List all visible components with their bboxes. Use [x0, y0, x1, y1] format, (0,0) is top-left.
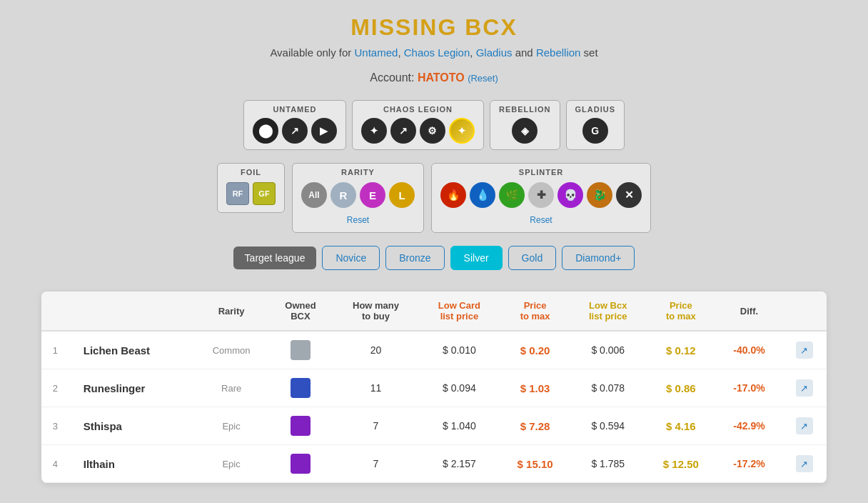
chaos-icon-4[interactable]: ✦: [449, 118, 475, 144]
set-label-chaos: CHAOS LEGION: [383, 105, 453, 114]
rarity-icons: All R E L: [301, 182, 415, 208]
cell-price-to-max: $ 1.03: [500, 369, 571, 407]
set-label-gladius: GLADIUS: [575, 105, 616, 114]
table-row: 4 Ilthain Epic 7 $ 2.157 $ 15.10 $ 1.785…: [41, 445, 827, 483]
filter-row: FOIL RF GF RARITY All R E L Reset SPLINT…: [217, 163, 651, 233]
league-gold-btn[interactable]: Gold: [508, 246, 557, 270]
foil-label: FOIL: [241, 168, 261, 176]
cell-action[interactable]: ↗: [782, 407, 827, 445]
cell-low-bcx-price: $ 0.594: [570, 407, 645, 445]
th-action: [782, 292, 827, 331]
cell-name: Runeslinger: [69, 369, 195, 407]
rarity-icon-rare[interactable]: E: [360, 182, 385, 208]
league-silver-btn[interactable]: Silver: [450, 246, 503, 270]
external-link-icon[interactable]: ↗: [796, 455, 813, 472]
account-reset-link[interactable]: (Reset): [468, 73, 498, 84]
cell-action[interactable]: ↗: [782, 445, 827, 483]
splinter-fire[interactable]: 🔥: [440, 182, 466, 208]
cell-bcx-price-max: $ 4.16: [645, 407, 717, 445]
foil-rf-btn[interactable]: RF: [226, 182, 249, 205]
external-link-icon[interactable]: ↗: [796, 342, 813, 359]
foil-icons: RF GF: [226, 182, 276, 205]
cell-low-bcx-price: $ 0.078: [570, 369, 645, 407]
page-subtitle: Available only for Untamed, Chaos Legion…: [270, 46, 597, 59]
table-row: 2 Runeslinger Rare 11 $ 0.094 $ 1.03 $ 0…: [41, 369, 827, 407]
cell-color-swatch: [268, 445, 333, 483]
cell-action[interactable]: ↗: [782, 331, 827, 369]
cell-rarity: Epic: [194, 445, 268, 483]
cell-action[interactable]: ↗: [782, 369, 827, 407]
cell-how-many: 20: [333, 331, 419, 369]
cell-price-to-max: $ 7.28: [500, 407, 571, 445]
rarity-label: RARITY: [341, 168, 375, 176]
league-bronze-btn[interactable]: Bronze: [385, 246, 444, 270]
cell-rarity: Common: [194, 331, 268, 369]
rarity-reset[interactable]: Reset: [347, 215, 369, 225]
th-low-card-price: Low Cardlist price: [419, 292, 500, 331]
external-link-icon[interactable]: ↗: [796, 417, 813, 434]
table-row: 3 Sthispa Epic 7 $ 1.040 $ 7.28 $ 0.594 …: [41, 407, 827, 445]
foil-gf-btn[interactable]: GF: [253, 182, 276, 205]
rebellion-icons: ◈: [512, 118, 538, 144]
cell-diff: -17.0%: [717, 369, 782, 407]
table-body: 1 Lichen Beast Common 20 $ 0.010 $ 0.20 …: [41, 331, 827, 483]
cell-bcx-price-max: $ 12.50: [645, 445, 717, 483]
rarity-icon-common[interactable]: R: [330, 182, 356, 208]
th-owned-bcx: OwnedBCX: [268, 292, 333, 331]
cell-color-swatch: [268, 369, 333, 407]
splinter-neutral[interactable]: ✕: [616, 182, 642, 208]
chaos-link[interactable]: Chaos Legion: [404, 46, 470, 59]
cell-num: 1: [41, 331, 69, 369]
th-rarity: Rarity: [194, 292, 268, 331]
set-selector: UNTAMED ⬤ ↗ ▶ CHAOS LEGION ✦ ↗ ⚙ ✦ REBEL…: [243, 100, 625, 150]
league-diamond-btn[interactable]: Diamond+: [562, 246, 635, 270]
untamed-icon-u[interactable]: ⬤: [253, 118, 278, 144]
splinter-life[interactable]: ✚: [528, 182, 554, 208]
cell-low-card-price: $ 2.157: [419, 445, 500, 483]
gladius-icons: G: [582, 118, 608, 144]
th-diff: Diff.: [717, 292, 782, 331]
splinter-death[interactable]: 💀: [557, 182, 583, 208]
set-box-untamed: UNTAMED ⬤ ↗ ▶: [243, 100, 346, 150]
th-bcx-price-max: Priceto max: [645, 292, 717, 331]
external-link-icon[interactable]: ↗: [796, 379, 813, 397]
league-label: Target league: [233, 246, 317, 269]
cell-low-bcx-price: $ 1.785: [570, 445, 645, 483]
rebellion-link[interactable]: Rebellion: [536, 46, 581, 59]
chaos-icon-3[interactable]: ⚙: [420, 118, 445, 144]
rebellion-icon-1[interactable]: ◈: [512, 118, 538, 144]
untamed-link[interactable]: Untamed: [355, 46, 398, 59]
chaos-icon-2[interactable]: ↗: [390, 118, 416, 144]
splinter-label: SPLINTER: [519, 168, 563, 176]
account-name: HATOTO: [418, 71, 468, 84]
th-num: [41, 292, 69, 331]
account-label: Account:: [370, 71, 414, 84]
cell-low-bcx-price: $ 0.006: [570, 331, 645, 369]
chaos-icon-1[interactable]: ✦: [361, 118, 387, 144]
table-header-row: Rarity OwnedBCX How manyto buy Low Cardl…: [41, 292, 827, 331]
untamed-icon-arrow[interactable]: ▶: [311, 118, 337, 144]
page-wrapper: MISSING BCX Available only for Untamed, …: [0, 0, 868, 483]
set-box-rebellion: REBELLION ◈: [490, 100, 560, 150]
th-how-many: How manyto buy: [333, 292, 419, 331]
main-table-wrapper: Rarity OwnedBCX How manyto buy Low Cardl…: [41, 292, 827, 483]
rarity-icon-all[interactable]: All: [301, 182, 327, 208]
cell-num: 3: [41, 407, 69, 445]
gladius-icon-1[interactable]: G: [582, 118, 608, 144]
rarity-icon-epic[interactable]: L: [389, 182, 415, 208]
splinter-earth[interactable]: 🌿: [499, 182, 525, 208]
untamed-icon-r[interactable]: ↗: [282, 118, 308, 144]
league-row: Target league Novice Bronze Silver Gold …: [233, 246, 635, 270]
cell-low-card-price: $ 0.094: [419, 369, 500, 407]
cell-name: Sthispa: [69, 407, 195, 445]
cell-price-to-max: $ 15.10: [500, 445, 571, 483]
splinter-reset[interactable]: Reset: [530, 215, 552, 225]
gladius-link[interactable]: Gladius: [476, 46, 513, 59]
splinter-dragon[interactable]: 🐉: [587, 182, 612, 208]
cell-low-card-price: $ 0.010: [419, 331, 500, 369]
th-low-bcx-price: Low Bcxlist price: [570, 292, 645, 331]
cell-name: Ilthain: [69, 445, 195, 483]
splinter-water[interactable]: 💧: [470, 182, 495, 208]
set-box-chaos: CHAOS LEGION ✦ ↗ ⚙ ✦: [352, 100, 484, 150]
league-novice-btn[interactable]: Novice: [322, 246, 380, 270]
